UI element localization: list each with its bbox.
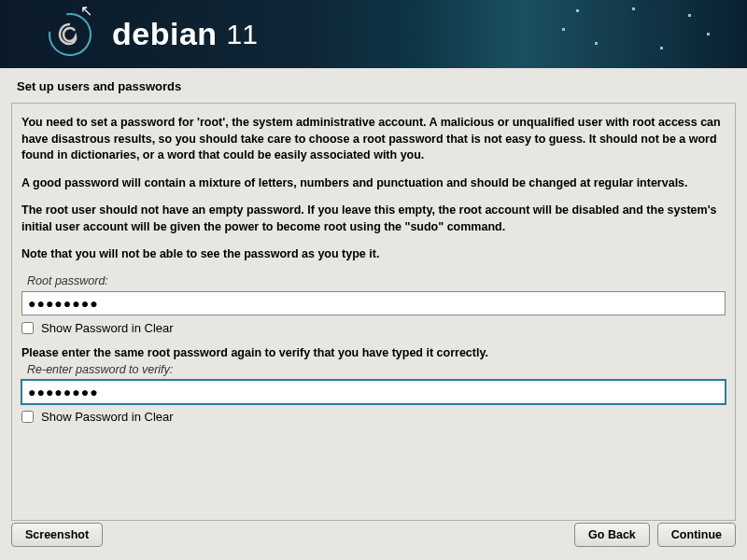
content-panel: You need to set a password for 'root', t… (11, 103, 736, 521)
instruction-p1: You need to set a password for 'root', t… (21, 115, 726, 164)
show-password-label-2[interactable]: Show Password in Clear (41, 410, 174, 424)
go-back-button[interactable]: Go Back (574, 523, 650, 547)
show-password-checkbox-2[interactable] (21, 411, 34, 423)
root-password-input[interactable] (21, 291, 726, 315)
show-password-checkbox-1[interactable] (21, 322, 34, 334)
instruction-p3: The root user should not have an empty p… (21, 203, 726, 235)
instruction-p4: Note that you will not be able to see th… (21, 246, 726, 263)
show-password-label-1[interactable]: Show Password in Clear (41, 321, 174, 335)
footer-bar: Screenshot Go Back Continue (0, 511, 747, 560)
verify-password-input[interactable] (21, 380, 726, 404)
debian-swirl-icon (47, 11, 93, 58)
page-title: Set up users and passwords (0, 68, 747, 103)
root-password-label: Root password: (27, 274, 726, 287)
brand-name: debian (112, 16, 218, 52)
brand-version: 11 (227, 19, 258, 50)
svg-point-0 (47, 11, 93, 58)
verify-instruction: Please enter the same root password agai… (21, 346, 726, 359)
installer-header: debian 11 (0, 0, 747, 68)
continue-button[interactable]: Continue (657, 523, 736, 547)
screenshot-button[interactable]: Screenshot (11, 523, 103, 547)
verify-password-label: Re-enter password to verify: (27, 363, 726, 376)
instruction-p2: A good password will contain a mixture o… (21, 175, 726, 192)
header-decoration (420, 0, 747, 68)
